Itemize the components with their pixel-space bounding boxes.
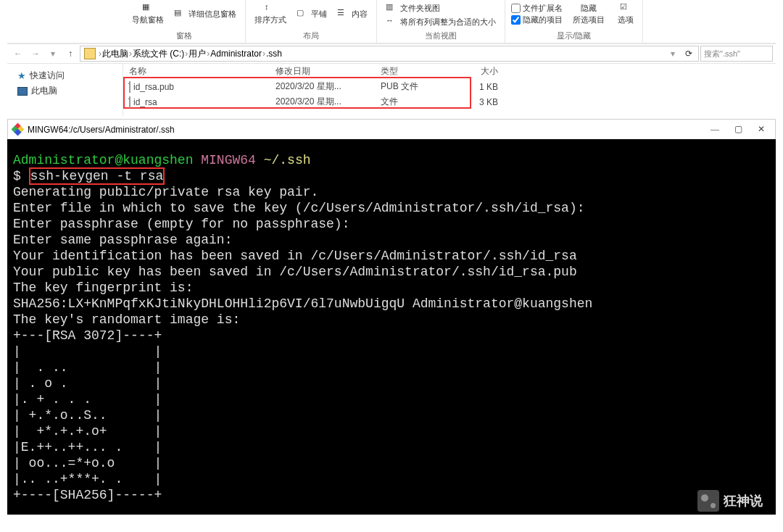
tile-view-button[interactable]: ▢平铺 <box>294 7 330 20</box>
ribbon-group-label: 布局 <box>303 30 319 43</box>
watermark: 狂神说 <box>697 490 763 512</box>
column-headers[interactable]: 名称 修改日期 类型 大小 <box>123 64 776 79</box>
sidebar-item-pc[interactable]: 此电脑 <box>17 83 123 99</box>
tile-icon: ▢ <box>297 8 308 20</box>
close-button[interactable]: ✕ <box>750 122 772 138</box>
options-icon: ☑ <box>620 2 631 14</box>
breadcrumb-item[interactable]: 系统文件 (C:) <box>133 48 184 60</box>
sort-button[interactable]: ↕排序方式 <box>252 1 289 26</box>
fit-columns-button[interactable]: ↔将所有列调整为合适的大小 <box>383 15 499 28</box>
recent-button[interactable]: ▾ <box>45 46 61 62</box>
fit-icon: ↔ <box>386 16 397 28</box>
pc-icon <box>17 87 28 96</box>
detail-pane-icon: ▤ <box>174 8 186 20</box>
breadcrumb-item[interactable]: .ssh <box>266 49 282 59</box>
terminal-title: MINGW64:/c/Users/Administrator/.ssh <box>28 125 175 135</box>
search-input[interactable]: 搜索".ssh" <box>700 46 773 62</box>
ribbon-group-label: 当前视图 <box>425 30 457 43</box>
terminal-window: MINGW64:/c/Users/Administrator/.ssh — ▢ … <box>7 119 776 515</box>
file-row[interactable]: id_rsa 2020/3/20 星期... 文件 3 KB <box>123 94 776 109</box>
ribbon-group-label: 窗格 <box>176 30 192 43</box>
terminal-body[interactable]: Administrator@kuangshen MINGW64 ~/.ssh $… <box>7 139 776 515</box>
group-by-button[interactable]: ▥文件夹视图 <box>383 1 443 14</box>
content-icon: ☰ <box>337 8 349 20</box>
ribbon-group-show: 文件扩展名 隐藏的项目 隐藏所选项目 ☑选项 显示/隐藏 <box>505 0 643 43</box>
nav-pane-icon: ▦ <box>142 2 154 14</box>
terminal-titlebar[interactable]: MINGW64:/c/Users/Administrator/.ssh — ▢ … <box>7 119 776 139</box>
sort-icon: ↕ <box>265 2 276 14</box>
forward-button[interactable]: → <box>28 46 44 62</box>
detail-pane-button[interactable]: ▤详细信息窗格 <box>171 7 239 20</box>
history-dropdown[interactable]: ▾ <box>665 46 681 62</box>
mingw-icon <box>12 124 24 136</box>
folder-icon <box>84 48 96 59</box>
minimize-button[interactable]: — <box>704 122 726 138</box>
refresh-button[interactable]: ⟳ <box>681 46 697 62</box>
back-button[interactable]: ← <box>10 46 26 62</box>
up-button[interactable]: ↑ <box>62 46 78 62</box>
star-icon: ★ <box>17 70 26 81</box>
command-highlight: ssh-keygen -t rsa <box>29 167 165 185</box>
options-button[interactable]: ☑选项 <box>615 1 637 26</box>
file-ext-checkbox[interactable]: 文件扩展名 <box>511 3 563 14</box>
file-row[interactable]: id_rsa.pub 2020/3/20 星期... PUB 文件 1 KB <box>123 79 776 94</box>
ribbon-group-pane: ▦导航窗格 ▤详细信息窗格 窗格 <box>123 0 246 43</box>
ribbon-group-view: ▥文件夹视图 ↔将所有列调整为合适的大小 当前视图 <box>377 0 505 43</box>
columns-icon: ▥ <box>386 2 397 14</box>
content-view-button[interactable]: ☰内容 <box>334 7 370 20</box>
ribbon-group-label: 显示/隐藏 <box>557 30 591 43</box>
address-bar: ← → ▾ ↑ › 此电脑› 系统文件 (C:)› 用户› Administra… <box>7 43 776 64</box>
hidden-items-checkbox[interactable]: 隐藏的项目 <box>511 14 563 25</box>
ribbon-group-layout: ↕排序方式 ▢平铺 ☰内容 布局 <box>246 0 377 43</box>
wechat-icon <box>697 490 719 512</box>
sidebar-item-quick[interactable]: ★快速访问 <box>17 68 123 83</box>
breadcrumb-item[interactable]: 用户 <box>188 48 206 60</box>
breadcrumb-item[interactable]: Administrator <box>210 49 262 59</box>
explorer-sidebar: ★快速访问 此电脑 <box>7 64 123 116</box>
file-icon <box>129 96 130 108</box>
breadcrumb-item[interactable]: 此电脑 <box>102 48 128 60</box>
explorer-ribbon: ▦导航窗格 ▤详细信息窗格 窗格 ↕排序方式 ▢平铺 ☰内容 布局 ▥文件夹视图… <box>7 0 776 43</box>
file-area: ★快速访问 此电脑 名称 修改日期 类型 大小 id_rsa.pub 2020/… <box>7 64 776 116</box>
nav-pane-button[interactable]: ▦导航窗格 <box>129 1 167 26</box>
breadcrumb[interactable]: › 此电脑› 系统文件 (C:)› 用户› Administrator› .ss… <box>80 46 699 62</box>
file-icon <box>129 81 130 93</box>
hide-selected-button[interactable]: 隐藏所选项目 <box>570 2 608 26</box>
file-list: 名称 修改日期 类型 大小 id_rsa.pub 2020/3/20 星期...… <box>123 64 776 116</box>
watermark-text: 狂神说 <box>724 492 763 510</box>
maximize-button[interactable]: ▢ <box>727 122 749 138</box>
